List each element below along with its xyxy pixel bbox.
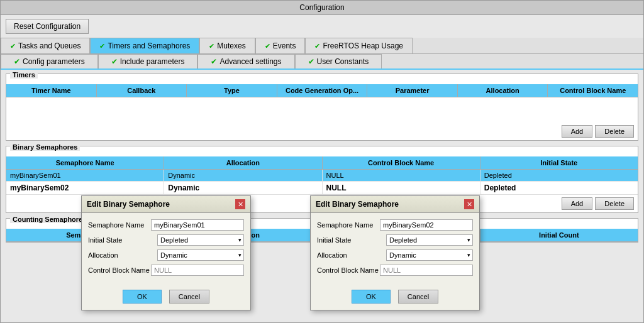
window-title: Configuration xyxy=(299,3,344,12)
title-bar: Configuration xyxy=(1,1,643,15)
dialog1-ok-button[interactable]: OK xyxy=(123,290,162,304)
bsem-col-state: Initial State xyxy=(480,156,638,169)
bsem-add-button[interactable]: Add xyxy=(562,197,593,210)
check-icon-user: ✔ xyxy=(308,57,314,66)
subtab-include-label: Include parameters xyxy=(120,57,185,66)
tab-tasks[interactable]: ✔ Tasks and Queues xyxy=(1,38,90,53)
timers-table-header: Timer Name Callback Type Code Generation… xyxy=(6,84,638,97)
dialog1-state-select-wrapper: Depleted Ready ▾ xyxy=(157,234,244,246)
bsem-delete-button[interactable]: Delete xyxy=(595,197,634,210)
dialog1-ctrl-input[interactable] xyxy=(151,265,244,276)
timers-add-button[interactable]: Add xyxy=(562,125,593,138)
dialog1-title-bar: Edit Binary Semaphore ✕ xyxy=(82,196,250,213)
subtab-advanced-label: Advanced settings xyxy=(219,57,281,66)
tab-events-label: Events xyxy=(273,41,296,50)
check-icon-freertos: ✔ xyxy=(314,42,320,50)
dialog2-close-button[interactable]: ✕ xyxy=(464,199,474,209)
main-window: Configuration Reset Configuration ✔ Task… xyxy=(0,0,644,323)
reset-button[interactable]: Reset Configuration xyxy=(6,19,89,34)
dialog2-ctrl-label: Control Block Name xyxy=(317,266,380,274)
dialog2-state-row: Initial State Depleted Ready ▾ xyxy=(317,234,473,246)
tab-freertos[interactable]: ✔ FreeRTOS Heap Usage xyxy=(305,38,413,53)
timers-section: Timers Timer Name Callback Type Code Gen… xyxy=(6,74,638,141)
timers-col-callback: Callback xyxy=(97,84,187,97)
dialog2-title: Edit Binary Semaphore xyxy=(316,200,399,209)
dialog2-state-label: Initial State xyxy=(317,236,386,244)
dialog2-content: Semaphore Name Initial State Depleted Re… xyxy=(311,213,479,286)
subtab-user[interactable]: ✔ User Constants xyxy=(295,54,382,68)
dialog1-alloc-select[interactable]: Dynamic Static xyxy=(157,249,244,261)
dialog1-alloc-label: Allocation xyxy=(88,251,157,259)
timers-header: Timers xyxy=(6,74,638,84)
timers-col-type: Type xyxy=(187,84,277,97)
bsem-col-alloc: Allocation xyxy=(164,156,322,169)
dialog1-ctrl-row: Control Block Name xyxy=(88,265,244,276)
bsem-row1-state: Depleted xyxy=(480,170,638,181)
subtab-config-label: Config parameters xyxy=(23,57,85,66)
dialog2-alloc-label: Allocation xyxy=(317,251,386,259)
dialog1-ctrl-label: Control Block Name xyxy=(88,266,151,274)
dialog2-name-row: Semaphore Name xyxy=(317,219,473,231)
table-row[interactable]: myBinarySem01 Dynamic NULL Depleted xyxy=(6,170,638,182)
dialog1-close-button[interactable]: ✕ xyxy=(235,199,245,209)
timers-col-ctrl: Control Block Name xyxy=(548,84,638,97)
tab-mutexes[interactable]: ✔ Mutexes xyxy=(199,38,255,53)
table-row[interactable]: myBinarySem02 Dynamic NULL Depleted xyxy=(6,182,638,195)
subtab-include[interactable]: ✔ Include parameters xyxy=(98,54,198,68)
dialog2-state-select[interactable]: Depleted Ready xyxy=(386,234,473,246)
dialog1-state-select[interactable]: Depleted Ready xyxy=(157,234,244,246)
dialog1-title: Edit Binary Semaphore xyxy=(87,200,170,209)
check-icon-advanced: ✔ xyxy=(211,57,217,66)
dialog2-name-input[interactable] xyxy=(380,219,473,231)
timers-col-name: Timer Name xyxy=(6,84,97,97)
timers-col-param: Parameter xyxy=(367,84,458,97)
dialog2-state-select-wrapper: Depleted Ready ▾ xyxy=(386,234,473,246)
bsem-col-ctrl: Control Block Name xyxy=(323,156,480,169)
subtab-advanced[interactable]: ✔ Advanced settings xyxy=(197,54,294,68)
bsem-row2-name: myBinarySem02 xyxy=(6,182,164,194)
check-icon-tasks: ✔ xyxy=(10,42,16,50)
dialog1-alloc-row: Allocation Dynamic Static ▾ xyxy=(88,249,244,261)
tab-tasks-label: Tasks and Queues xyxy=(18,41,80,50)
bsem-row2-state: Depleted xyxy=(480,182,638,194)
dialog2-alloc-select-wrapper: Dynamic Static ▾ xyxy=(386,249,473,261)
bsem-col-name: Semaphore Name xyxy=(6,156,164,169)
timers-delete-button[interactable]: Delete xyxy=(595,125,634,138)
dialog2-title-bar: Edit Binary Semaphore ✕ xyxy=(311,196,479,213)
dialog2-footer: OK Cancel xyxy=(311,286,479,310)
tab-timers[interactable]: ✔ Timers and Semaphores xyxy=(90,38,199,53)
timers-col-codegen: Code Generation Op... xyxy=(277,84,368,97)
binary-semaphores-table-body: myBinarySem01 Dynamic NULL Depleted myBi… xyxy=(6,170,638,195)
bsem-row2-ctrl: NULL xyxy=(323,182,480,194)
dialog2-ok-button[interactable]: OK xyxy=(352,290,391,304)
subtab-user-label: User Constants xyxy=(317,57,369,66)
subtab-config[interactable]: ✔ Config parameters xyxy=(1,54,98,68)
dialog1-alloc-select-wrapper: Dynamic Static ▾ xyxy=(157,249,244,261)
tab-events[interactable]: ✔ Events xyxy=(255,38,306,53)
tab-freertos-label: FreeRTOS Heap Usage xyxy=(323,41,403,50)
check-icon-events: ✔ xyxy=(265,42,270,50)
check-icon-config: ✔ xyxy=(14,57,20,66)
check-icon-mutexes: ✔ xyxy=(209,42,214,50)
counting-semaphores-title: Counting Semaphores xyxy=(10,216,89,223)
dialog1-content: Semaphore Name Initial State Depleted Re… xyxy=(82,213,250,286)
dialog1-name-input[interactable] xyxy=(151,219,244,231)
csem-col-init: Initial Count xyxy=(480,229,638,241)
dialog2-ctrl-input[interactable] xyxy=(380,265,473,276)
dialog2-alloc-select[interactable]: Dynamic Static xyxy=(386,249,473,261)
check-icon-timers: ✔ xyxy=(99,42,105,50)
sub-tabs: ✔ Config parameters ✔ Include parameters… xyxy=(1,54,643,70)
bsem-row1-name: myBinarySem01 xyxy=(6,170,164,181)
bsem-row1-ctrl: NULL xyxy=(323,170,480,181)
dialog2-alloc-row: Allocation Dynamic Static ▾ xyxy=(317,249,473,261)
bsem-row1-alloc: Dynamic xyxy=(164,170,322,181)
check-icon-include: ✔ xyxy=(111,57,118,66)
dialog1-state-row: Initial State Depleted Ready ▾ xyxy=(88,234,244,246)
timers-table-body xyxy=(6,97,638,123)
dialog2-cancel-button[interactable]: Cancel xyxy=(398,290,438,304)
timers-footer: Add Delete xyxy=(6,123,638,140)
timers-title: Timers xyxy=(10,71,38,79)
edit-semaphore-dialog-1: Edit Binary Semaphore ✕ Semaphore Name I… xyxy=(81,195,251,310)
dialog1-cancel-button[interactable]: Cancel xyxy=(169,290,209,304)
main-tabs: ✔ Tasks and Queues ✔ Timers and Semaphor… xyxy=(1,38,643,54)
